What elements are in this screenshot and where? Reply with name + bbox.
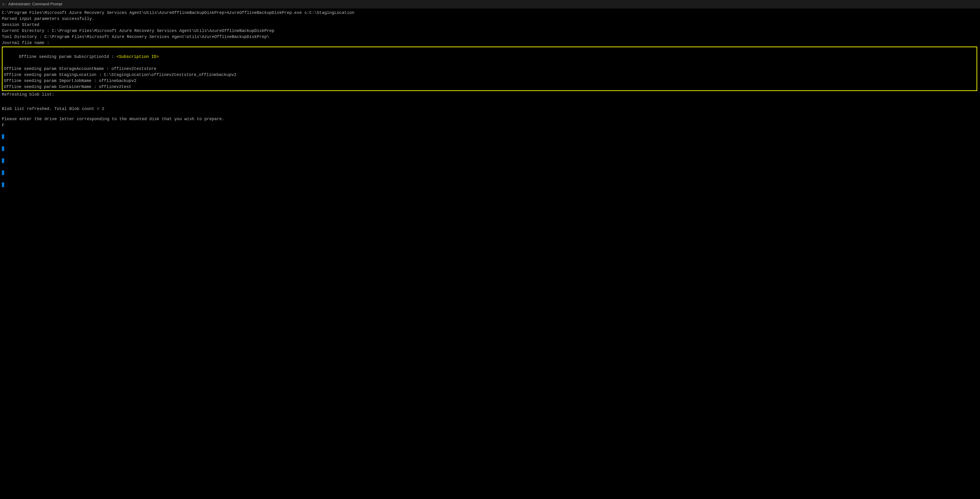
svg-text:C:\: C:\ — [3, 3, 6, 6]
session-line: Session Started — [2, 22, 978, 28]
parsed-line: Parsed input parameters successfully. — [2, 16, 978, 22]
param-staging-line: Offline seeding param StagingLocation : … — [4, 72, 975, 78]
spacer-2 — [2, 102, 978, 106]
param-import-line: Offline seeding param ImportJobName : of… — [4, 78, 975, 84]
blob-count-line: Blob list refreshed. Total Blob count = … — [2, 106, 978, 112]
cmd-path-line: C:\Program Files\Microsoft Azure Recover… — [2, 10, 978, 16]
drive-input-line[interactable]: F — [2, 122, 978, 128]
cursor-1 — [2, 134, 4, 139]
cursor-4 — [2, 171, 4, 175]
cursor-area — [2, 134, 978, 187]
tool-dir-line: Tool Directory : C:\Program Files\Micros… — [2, 34, 978, 40]
enter-drive-line: Please enter the drive letter correspond… — [2, 116, 978, 122]
subscription-id-value: <Subscription ID> — [116, 54, 159, 59]
current-dir-line: Current Directory : C:\Program Files\Mic… — [2, 28, 978, 34]
param-subscription-line: Offline seeding param SubscriptionId : <… — [4, 48, 975, 66]
journal-line: Journal file name : — [2, 40, 978, 46]
param-storage-line: Offline seeding param StorageAccountName… — [4, 66, 975, 72]
cursor-2 — [2, 146, 4, 151]
terminal-body: C:\Program Files\Microsoft Azure Recover… — [0, 8, 980, 499]
param-container-line: Offline seeding param ContainerName : of… — [4, 84, 975, 90]
highlighted-params-block: Offline seeding param SubscriptionId : <… — [2, 46, 977, 91]
param-sub-prefix: Offline seeding param SubscriptionId : — [19, 54, 116, 59]
refreshing-line: Refreshing blob list: — [2, 91, 978, 97]
drive-letter: F — [2, 122, 5, 128]
title-bar: C:\ Administrator: Command Prompt — [0, 0, 980, 8]
spacer-3 — [2, 112, 978, 116]
cursor-5 — [2, 182, 4, 187]
cursor-3 — [2, 158, 4, 163]
spacer-1 — [2, 97, 978, 102]
spacer-4 — [2, 128, 978, 132]
cmd-icon: C:\ — [2, 2, 6, 6]
window-title: Administrator: Command Prompt — [8, 2, 62, 6]
